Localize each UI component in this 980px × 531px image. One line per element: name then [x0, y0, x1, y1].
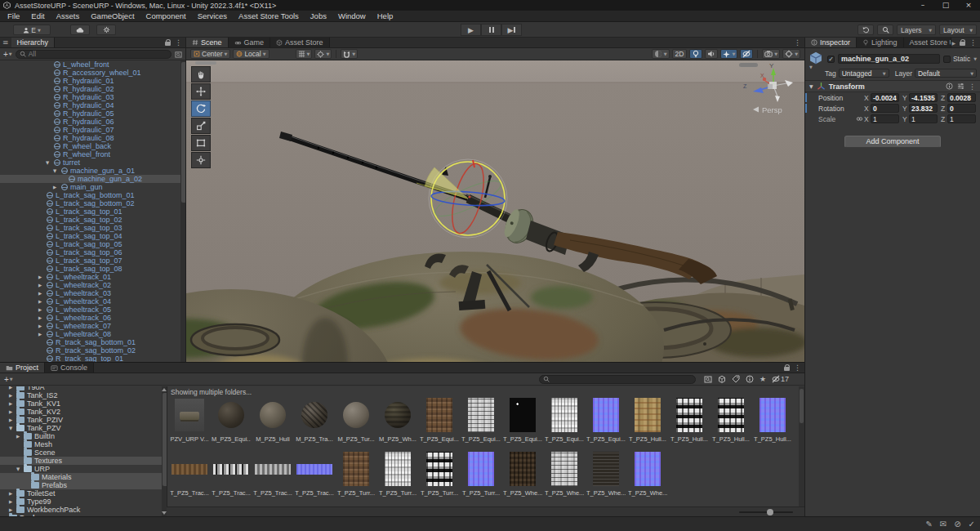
tag-dropdown[interactable]: Untagged▼	[839, 69, 889, 78]
status-icon[interactable]: ✉	[940, 520, 947, 529]
status-icon[interactable]: ✓	[969, 520, 975, 529]
foldout-arrow[interactable]	[9, 416, 16, 424]
foldout-arrow[interactable]	[16, 432, 24, 440]
help-icon[interactable]	[946, 83, 953, 90]
foldout-arrow[interactable]	[46, 158, 54, 167]
gizmos-dropdown[interactable]: ▼	[782, 49, 800, 59]
hierarchy-item[interactable]: R_hydraulic_02	[0, 85, 180, 93]
favorites-star-icon[interactable]: ★	[760, 375, 766, 383]
foldout-arrow[interactable]	[38, 306, 47, 314]
tools-overlay-grip[interactable]	[195, 61, 216, 65]
lock-icon[interactable]	[165, 42, 171, 46]
asset-item[interactable]: T_PZ5_Turr...	[420, 450, 459, 501]
asset-item[interactable]: T_PZ5_Turr...	[336, 450, 376, 501]
kebab-menu-icon[interactable]: ⋮	[794, 364, 801, 372]
asset-item[interactable]: T_PZ5_Equi...	[461, 396, 501, 447]
status-icon[interactable]: ⊘	[954, 520, 960, 529]
link-icon[interactable]	[856, 115, 863, 123]
asset-item[interactable]: M_PZ5_Wh...	[378, 396, 417, 447]
kebab-menu-icon[interactable]: ⋮	[794, 38, 801, 47]
asset-item[interactable]: M_PZ5_Tur...	[336, 396, 376, 447]
asset-item[interactable]: T_PZ5_Hull...	[753, 396, 792, 447]
hierarchy-item[interactable]: L_track_sag_top_07	[0, 257, 180, 265]
snap-increment-dropdown[interactable]: ▼	[314, 49, 332, 59]
scale-y-field[interactable]: 1	[909, 114, 938, 123]
foldout-arrow[interactable]	[53, 167, 61, 175]
foldout-arrow[interactable]	[9, 489, 16, 498]
hierarchy-item[interactable]: L_track_sag_top_06	[0, 248, 180, 257]
asset-item[interactable]: M_PZ5_Tra...	[295, 396, 334, 447]
menu-item[interactable]: Help	[372, 11, 399, 22]
scale-z-field[interactable]: 1	[947, 114, 976, 123]
asset-item[interactable]: T_PZ5_Trac...	[212, 450, 251, 501]
close-button[interactable]: ×	[957, 0, 980, 11]
shading-mode-dropdown[interactable]: ▼	[652, 49, 670, 59]
folder-row[interactable]: Tank_KV2	[0, 408, 167, 416]
hierarchy-item[interactable]: R_wheel_front	[0, 150, 180, 158]
hierarchy-item[interactable]: R_track_sag_bottom_01	[0, 338, 180, 346]
undo-history-button[interactable]	[858, 25, 874, 35]
thumbnail-zoom-slider[interactable]	[739, 511, 793, 513]
foldout-arrow[interactable]	[38, 289, 47, 297]
hierarchy-item[interactable]: L_track_sag_top_01	[0, 207, 180, 216]
foldout-arrow[interactable]	[9, 391, 16, 399]
hierarchy-item[interactable]: L_track_sag_top_08	[0, 265, 180, 273]
menu-item[interactable]: Assets	[51, 11, 86, 22]
static-dropdown-icon[interactable]: ▼	[973, 56, 977, 61]
kebab-menu-icon[interactable]: ⋮	[969, 83, 976, 91]
lock-icon[interactable]	[784, 367, 790, 371]
rotate-tool-button[interactable]	[191, 100, 211, 117]
kebab-menu-icon[interactable]: ⋮	[969, 38, 977, 47]
hierarchy-item[interactable]: R_hydraulic_01	[0, 77, 180, 85]
project-search-input[interactable]	[539, 375, 696, 384]
asset-item[interactable]: T_PZ5_Hull...	[670, 396, 709, 447]
hierarchy-item[interactable]: L_wheeltrack_05	[0, 306, 180, 314]
grid-snapping-toggle[interactable]: ▼	[341, 49, 358, 59]
hierarchy-item[interactable]: R_hydraulic_06	[0, 118, 180, 126]
hierarchy-item[interactable]: R_hydraulic_07	[0, 126, 180, 134]
menu-item[interactable]: Jobs	[305, 11, 332, 22]
rotation-x-field[interactable]: 0	[871, 104, 899, 113]
foldout-arrow[interactable]: ▼	[809, 83, 813, 89]
hierarchy-item[interactable]: main_gun	[0, 183, 180, 191]
hierarchy-item[interactable]: R_hydraulic_08	[0, 134, 180, 142]
hierarchy-item[interactable]: L_wheeltrack_06	[0, 314, 180, 322]
menu-item[interactable]: Asset Store Tools	[233, 11, 305, 22]
folder-row[interactable]: WorkbenchPack	[0, 506, 167, 514]
kebab-menu-icon[interactable]: ⋮	[175, 38, 182, 47]
asset-item[interactable]: M_PZ5_Equi...	[212, 396, 251, 447]
hierarchy-search-input[interactable]: All	[16, 50, 172, 59]
audio-toggle[interactable]	[705, 49, 718, 59]
hierarchy-item[interactable]: R_track_sag_top_01	[0, 355, 180, 362]
layers-dropdown[interactable]: Layers▼	[897, 25, 936, 35]
asset-item[interactable]: M_PZ5_Hull	[253, 396, 292, 447]
pause-button[interactable]	[481, 24, 501, 36]
tool-handle-rotation-dropdown[interactable]: Local▼	[233, 49, 269, 59]
scale-x-field[interactable]: 1	[871, 114, 899, 123]
hierarchy-item[interactable]: L_track_sag_top_03	[0, 224, 180, 232]
folder-row[interactable]: Tank_IS2	[0, 391, 167, 399]
rotation-z-field[interactable]: 0	[947, 104, 976, 113]
tab-asset-store-upload[interactable]: Asset Store Uploa	[904, 38, 952, 47]
active-checkbox[interactable]: ✓	[827, 56, 835, 63]
tab-project[interactable]: Project	[0, 363, 45, 373]
scene-viewport[interactable]: Y X Z Persp	[186, 60, 804, 362]
hierarchy-item[interactable]: L_wheeltrack_07	[0, 322, 180, 330]
asset-item[interactable]: PZV_URP V...	[170, 396, 209, 447]
folder-row[interactable]: Materials	[0, 473, 167, 481]
camera-settings-dropdown[interactable]: ▼	[762, 49, 780, 59]
open-search-icon[interactable]	[704, 375, 712, 383]
folder-row[interactable]: Prefabs	[0, 481, 167, 489]
menu-item[interactable]: GameObject	[85, 11, 140, 22]
prefab-caret-icon[interactable]: ▼	[809, 65, 813, 69]
tab-hierarchy[interactable]: Hierarchy	[11, 38, 56, 47]
hierarchy-scrollbar[interactable]	[180, 60, 185, 362]
gameobject-name-field[interactable]: machine_gun_a_02	[838, 54, 940, 64]
slider-knob[interactable]	[767, 509, 773, 515]
lock-icon[interactable]	[960, 42, 965, 46]
files-scrollbar[interactable]	[799, 386, 804, 506]
hierarchy-item[interactable]: machine_gun_a_01	[0, 167, 180, 175]
position-z-field[interactable]: 0.0028	[947, 93, 976, 102]
transform-component-header[interactable]: ▼ Transform ⋮	[805, 81, 980, 92]
foldout-arrow[interactable]	[9, 424, 16, 432]
